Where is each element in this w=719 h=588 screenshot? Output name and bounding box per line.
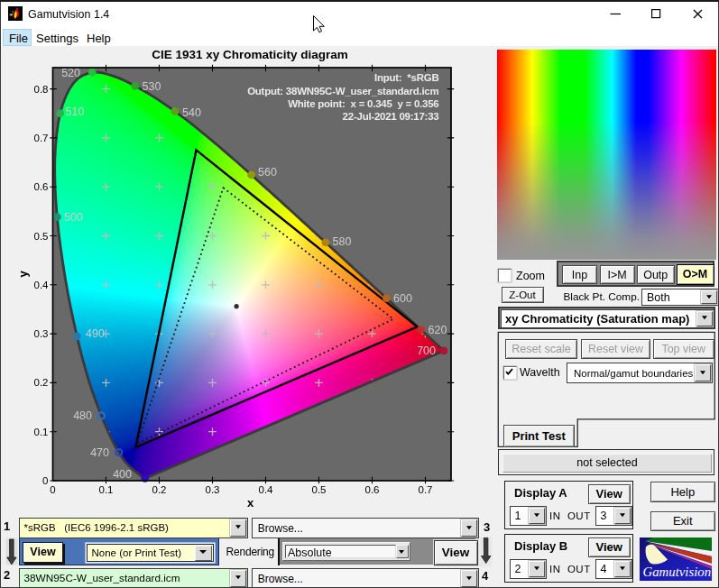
svg-text:Gamutvision: Gamutvision (643, 565, 712, 579)
